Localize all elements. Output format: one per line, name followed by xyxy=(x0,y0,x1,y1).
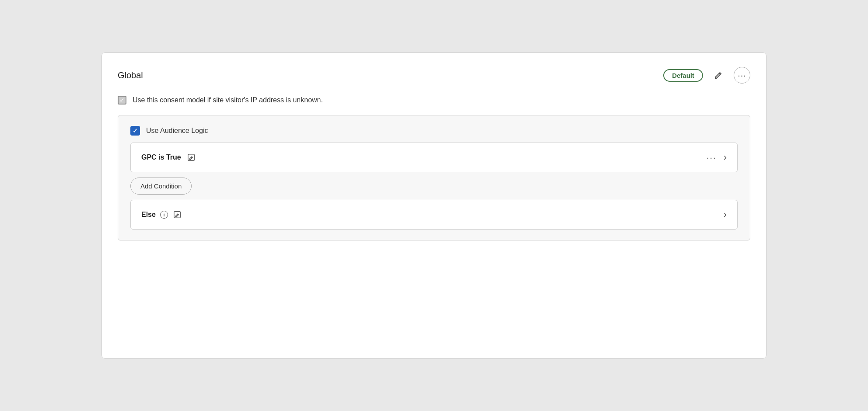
audience-logic-label: Use Audience Logic xyxy=(146,127,208,135)
main-card: Global Default ··· ✓ Use this consent mo… xyxy=(102,52,766,359)
edit-icon xyxy=(714,71,723,80)
unknown-ip-label: Use this consent model if site visitor's… xyxy=(133,96,323,104)
else-chevron-icon: › xyxy=(724,209,727,220)
default-badge: Default xyxy=(663,69,703,82)
else-text: Else xyxy=(141,211,156,219)
more-options-button[interactable]: ··· xyxy=(734,67,750,84)
else-right: › xyxy=(724,209,727,220)
edit-button[interactable] xyxy=(710,67,727,84)
unknown-ip-checkbox[interactable]: ✓ xyxy=(118,96,126,104)
checkmark-icon: ✓ xyxy=(119,97,125,103)
condition-right: ··· › xyxy=(707,152,727,163)
inner-container: ✓ Use Audience Logic GPC is True ··· › xyxy=(118,115,750,240)
else-info-icon[interactable]: i xyxy=(160,211,168,219)
gpc-condition-row[interactable]: GPC is True ··· › xyxy=(130,143,738,172)
header-right: Default ··· xyxy=(663,67,750,84)
card-header: Global Default ··· xyxy=(118,67,750,84)
unknown-ip-row: ✓ Use this consent model if site visitor… xyxy=(118,96,750,104)
condition-text: GPC is True xyxy=(141,153,181,161)
conditions-area: GPC is True ··· › Add Condition Else xyxy=(130,143,738,230)
ellipsis-icon: ··· xyxy=(738,70,746,80)
add-condition-button[interactable]: Add Condition xyxy=(130,178,192,195)
else-row[interactable]: Else i › xyxy=(130,200,738,230)
condition-more-button[interactable]: ··· xyxy=(707,153,717,163)
else-left: Else i xyxy=(141,211,181,219)
condition-edit-icon[interactable] xyxy=(187,153,195,161)
audience-logic-row: ✓ Use Audience Logic xyxy=(130,126,738,136)
checkmark-blue-icon: ✓ xyxy=(133,127,138,134)
condition-chevron-icon: › xyxy=(724,152,727,163)
card-title: Global xyxy=(118,70,143,80)
audience-logic-checkbox[interactable]: ✓ xyxy=(130,126,140,136)
condition-left: GPC is True xyxy=(141,153,195,161)
else-edit-icon[interactable] xyxy=(173,211,181,219)
